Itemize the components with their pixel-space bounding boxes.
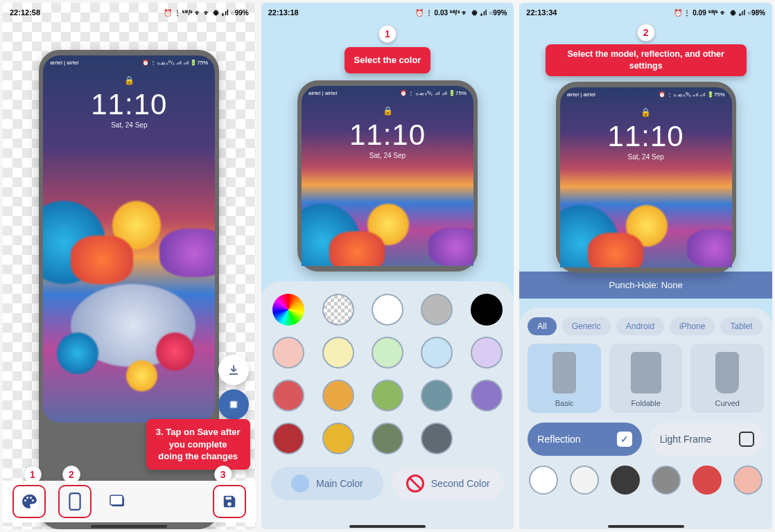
frame-swatch[interactable] <box>570 466 599 495</box>
chip-android[interactable]: Android <box>616 317 664 335</box>
status-bar: 22:13:34 ⏰ ⋮ 0.09 ᵏᴮ/ˢ ᯤ ⦿ ₊ıl ○98% <box>519 3 772 22</box>
swatch-white[interactable] <box>372 294 403 326</box>
swatch[interactable] <box>272 380 304 411</box>
swatch-rainbow[interactable] <box>272 294 304 326</box>
color-grid <box>271 294 505 454</box>
nav-handle <box>608 525 684 528</box>
frame-button[interactable] <box>61 488 89 515</box>
swatch-transparent[interactable] <box>322 294 354 326</box>
frame-swatch[interactable] <box>529 466 558 495</box>
callout-save: 3. Tap on Save after you complete doing … <box>146 419 250 470</box>
model-list: Basic Foldable Curved <box>528 344 764 413</box>
model-curved[interactable]: Curved <box>690 344 764 413</box>
swatch[interactable] <box>372 380 403 411</box>
carrier-label: airtel | airtel <box>50 60 78 66</box>
badge-1: 1 <box>378 25 397 43</box>
model-label: Foldable <box>632 399 661 407</box>
swatch[interactable] <box>372 337 403 369</box>
carrier-label: airtel | airtel <box>567 91 595 98</box>
status-indicators: ⏰ ⋮ 0.09 ᵏᴮ/ˢ ᯤ ⦿ ₊ıl ○98% <box>674 9 765 17</box>
swatch[interactable] <box>471 380 503 411</box>
phone-mockup: airtel | airtel ⏰ ⋮ ₀.₄₈ ₖᴮ/ₛ ₊ıl ₊ıl 🔋7… <box>556 82 736 273</box>
frame-swatch[interactable] <box>611 466 640 495</box>
swatch[interactable] <box>421 380 453 411</box>
clock: 11:10 <box>43 88 215 121</box>
status-indicators: ⏰ ⋮ 0.03 ᵏᴮ/ˢ ᯤ ⦿ ₊ıl ○99% <box>415 9 507 17</box>
phone-status-right: ⏰ ⋮ ₀.₄₈ ₖᴮ/ₛ ₊ıl ₊ıl 🔋75% <box>400 90 467 96</box>
color-mode-row: Main Color Second Color <box>271 467 505 500</box>
clock: 11:10 <box>560 120 732 153</box>
punch-hole-label[interactable]: Punch-Hole: None <box>519 272 772 299</box>
frame-swatch[interactable] <box>733 466 763 495</box>
model-shape-icon <box>552 352 576 393</box>
carrier-label: airtel | airtel <box>308 90 337 96</box>
save-button[interactable] <box>216 488 243 515</box>
swatch[interactable] <box>272 337 304 369</box>
reflection-toggle[interactable]: Reflection ✓ <box>528 423 641 456</box>
nav-handle <box>349 525 426 528</box>
checkbox-on-icon: ✓ <box>617 432 632 447</box>
model-shape-icon <box>715 352 739 393</box>
swatch[interactable] <box>471 337 503 369</box>
editor-toolbar <box>3 481 256 522</box>
model-foldable[interactable]: Foldable <box>609 344 683 413</box>
model-sheet: All Generic Android iPhone Tablet Basic … <box>519 308 772 529</box>
status-time: 22:13:18 <box>268 8 299 17</box>
no-icon <box>406 475 424 493</box>
lock-icon: 🔒 <box>43 76 215 85</box>
model-label: Basic <box>555 399 574 407</box>
status-indicators: ⏰ ⋮ ᵏᴮ/ˢ ᯤ ᯤ ⦿ ₊ıl ○99% <box>164 9 249 17</box>
chip-generic[interactable]: Generic <box>562 317 611 335</box>
swatch[interactable] <box>322 337 354 369</box>
second-color-button[interactable]: Second Color <box>392 467 504 500</box>
lightframe-toggle[interactable]: Light Frame <box>650 423 764 456</box>
clock-date: Sat, 24 Sep <box>560 153 732 161</box>
gallery-button[interactable] <box>104 488 132 515</box>
chip-tablet[interactable]: Tablet <box>720 317 762 335</box>
frame-swatch[interactable] <box>652 466 681 495</box>
panel-color: 22:13:18 ⏰ ⋮ 0.03 ᵏᴮ/ˢ ᯤ ⦿ ₊ıl ○99% 1 Se… <box>261 3 514 529</box>
chip-all[interactable]: All <box>528 317 556 335</box>
badge-2: 2 <box>637 24 655 42</box>
second-color-label: Second Color <box>431 478 490 489</box>
phone-status-right: ⏰ ⋮ ₀.₄₈ ₖᴮ/ₛ ₊ıl ₊ıl 🔋75% <box>142 60 209 66</box>
lock-icon: 🔒 <box>560 107 732 117</box>
swatch[interactable] <box>421 423 453 454</box>
lightframe-label: Light Frame <box>660 434 712 445</box>
clock-date: Sat, 24 Sep <box>302 152 473 159</box>
download-button[interactable] <box>218 355 249 385</box>
nav-handle <box>91 525 167 528</box>
lock-icon: 🔒 <box>302 106 473 116</box>
swatch[interactable] <box>322 423 354 454</box>
swatch-black[interactable] <box>471 294 503 326</box>
reflection-label: Reflection <box>537 434 580 445</box>
frame-color-row <box>528 466 764 495</box>
swatch[interactable] <box>272 423 304 454</box>
clock-date: Sat, 24 Sep <box>43 121 215 129</box>
callout-model: Select the model, reflection, and other … <box>546 44 747 76</box>
checkbox-off-icon <box>739 432 754 447</box>
phone-mockup: airtel | airtel ⏰ ⋮ ₀.₄₈ ₖᴮ/ₛ ₊ıl ₊ıl 🔋7… <box>297 80 478 272</box>
svg-rect-2 <box>69 493 80 510</box>
swatch[interactable] <box>322 380 354 411</box>
toggle-row: Reflection ✓ Light Frame <box>528 423 764 456</box>
chip-iphone[interactable]: iPhone <box>670 317 715 335</box>
swatch[interactable] <box>421 337 453 369</box>
main-color-button[interactable]: Main Color <box>271 467 383 500</box>
swatch-gray[interactable] <box>421 294 453 326</box>
category-chips: All Generic Android iPhone Tablet <box>528 317 764 335</box>
svg-rect-4 <box>110 495 123 505</box>
status-time: 22:13:34 <box>526 8 557 17</box>
panel-model: 22:13:34 ⏰ ⋮ 0.09 ᵏᴮ/ˢ ᯤ ⦿ ₊ıl ○98% 2 Se… <box>519 3 772 529</box>
swatch[interactable] <box>372 423 403 454</box>
save-button-float[interactable] <box>218 389 249 420</box>
palette-button[interactable] <box>15 488 43 515</box>
svg-rect-1 <box>230 402 236 408</box>
model-label: Curved <box>715 399 740 407</box>
model-shape-icon <box>631 352 661 393</box>
frame-swatch[interactable] <box>693 466 722 495</box>
model-basic[interactable]: Basic <box>528 344 601 413</box>
status-bar: 22:12:58 ⏰ ⋮ ᵏᴮ/ˢ ᯤ ᯤ ⦿ ₊ıl ○99% <box>3 3 256 22</box>
phone-status-right: ⏰ ⋮ ₀.₄₈ ₖᴮ/ₛ ₊ıl ₊ıl 🔋75% <box>659 91 725 98</box>
panel-editor: 22:12:58 ⏰ ⋮ ᵏᴮ/ˢ ᯤ ᯤ ⦿ ₊ıl ○99% airtel … <box>3 3 256 529</box>
